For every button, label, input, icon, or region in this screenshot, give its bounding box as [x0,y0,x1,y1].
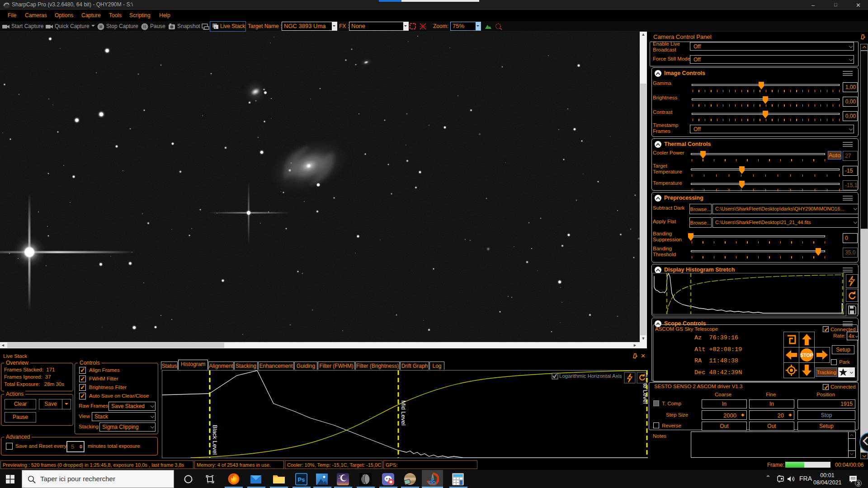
svg-text:Logarithmic Horizontal Axis: Logarithmic Horizontal Axis [559,373,622,379]
svg-text:Ps: Ps [298,476,305,483]
svg-text:STOP: STOP [800,352,813,358]
svg-text:Black Level: Black Level [212,425,218,455]
svg-text:Mid Level: Mid Level [400,400,407,426]
